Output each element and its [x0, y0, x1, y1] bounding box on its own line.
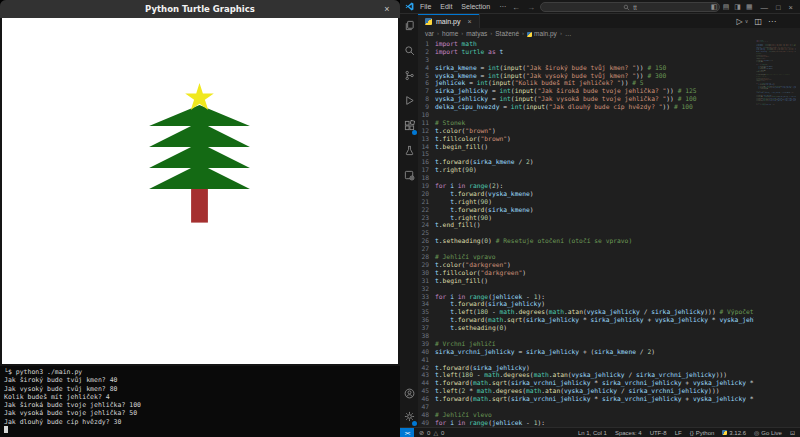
- code-line[interactable]: 27: [418, 245, 754, 253]
- code-line[interactable]: 1import math: [418, 40, 754, 48]
- code-line[interactable]: 34 t.forward(sirka_jehlicky): [418, 300, 754, 308]
- command-center[interactable]: tt: [540, 2, 720, 12]
- python-version[interactable]: 3.12.6: [722, 430, 746, 436]
- code-line[interactable]: 18: [418, 174, 754, 182]
- language-mode[interactable]: {} Python: [690, 430, 715, 436]
- code-line[interactable]: 47: [418, 403, 754, 411]
- sidebar-item-remote-explorer[interactable]: [400, 167, 418, 184]
- code-line[interactable]: 7sirka_jehlicky = int(input("Jak široká …: [418, 87, 754, 95]
- code-line[interactable]: 46t.forward(math.sqrt(sirka_vrchni_jehli…: [418, 395, 754, 403]
- sidebar-item-run-debug[interactable]: [400, 92, 418, 109]
- code-line[interactable]: 9delka_cipu_hvezdy = int(input("Jak dlou…: [418, 103, 754, 111]
- code-line[interactable]: 45t.left(2 * math.degrees(math.atan(vysk…: [418, 387, 754, 395]
- code-line[interactable]: 28# Jehličí vpravo: [418, 253, 754, 261]
- split-editor-icon[interactable]: ◫: [754, 17, 762, 26]
- code-line[interactable]: 33for i in range(jehlicek - 1):: [418, 293, 754, 301]
- code-line[interactable]: 19for i in range(2):: [418, 182, 754, 190]
- menu-item[interactable]: ⋯: [499, 3, 506, 11]
- code-line[interactable]: 42t.forward(sirka_jehlicky): [418, 364, 754, 372]
- code-line[interactable]: 17t.right(90): [418, 166, 754, 174]
- code-editor[interactable]: 1import math2import turtle as t34sirka_k…: [418, 38, 800, 427]
- code-line[interactable]: 3: [418, 56, 754, 64]
- layout-toggle-icon[interactable]: ◨: [734, 3, 741, 11]
- breadcrumb-item[interactable]: home: [442, 30, 458, 37]
- go-live[interactable]: ◎ Go Live: [754, 429, 782, 436]
- encoding[interactable]: UTF-8: [650, 430, 667, 436]
- code-lines[interactable]: 1import math2import turtle as t34sirka_k…: [418, 40, 754, 427]
- menu-item[interactable]: Selection: [461, 3, 490, 11]
- code-line[interactable]: 12t.color("brown"): [418, 127, 754, 135]
- sidebar-item-source-control[interactable]: [400, 67, 418, 84]
- code-line[interactable]: 38: [418, 332, 754, 340]
- terminal-panel[interactable]: └$ python3 ./main.pyJak široký bude tvůj…: [0, 366, 400, 437]
- tab-main-py[interactable]: main.py ×: [418, 14, 480, 28]
- code-line[interactable]: 32: [418, 285, 754, 293]
- code-line[interactable]: 24t.end_fill(): [418, 221, 754, 229]
- code-line[interactable]: 39# Vrchní jehličí: [418, 340, 754, 348]
- more-actions-icon[interactable]: ⋯: [768, 17, 776, 26]
- minimap[interactable]: import mathimport turtle as tsirka_kmene…: [756, 40, 796, 427]
- code-line[interactable]: 20 t.forward(vyska_kmene): [418, 190, 754, 198]
- code-line[interactable]: 44t.forward(math.sqrt(sirka_vrchni_jehli…: [418, 379, 754, 387]
- menu-item[interactable]: File: [420, 3, 431, 11]
- code-line[interactable]: 13t.fillcolor("brown"): [418, 135, 754, 143]
- breadcrumb-item[interactable]: matyas: [466, 30, 487, 37]
- code-line[interactable]: 5vyska_kmene = int(input("Jak vysoký bud…: [418, 72, 754, 80]
- code-line[interactable]: 23 t.right(90): [418, 214, 754, 222]
- sidebar-item-search[interactable]: [400, 42, 418, 59]
- sidebar-item-extensions[interactable]: [400, 117, 418, 134]
- code-line[interactable]: 29t.color("darkgreen"): [418, 261, 754, 269]
- code-line[interactable]: 37 t.setheading(0): [418, 324, 754, 332]
- code-line[interactable]: 8vyska_jehlicky = int(input("Jak vysoká …: [418, 95, 754, 103]
- maximize-button[interactable]: □: [776, 3, 781, 12]
- code-line[interactable]: 10: [418, 111, 754, 119]
- remote-indicator[interactable]: ><: [400, 428, 414, 437]
- code-line[interactable]: 11# Stonek: [418, 119, 754, 127]
- breadcrumb-item[interactable]: …: [565, 30, 572, 37]
- code-line[interactable]: 21 t.right(90): [418, 198, 754, 206]
- indentation[interactable]: Spaces: 4: [615, 430, 642, 436]
- code-line[interactable]: 6jehlicek = int(input("Kolik budeš mít j…: [418, 79, 754, 87]
- sidebar-item-explorer[interactable]: [400, 17, 418, 34]
- layout-toggle-icon[interactable]: ▤: [723, 3, 730, 11]
- close-button[interactable]: ×: [789, 3, 793, 12]
- accounts-button[interactable]: [400, 385, 418, 402]
- code-line[interactable]: 41: [418, 356, 754, 364]
- code-line[interactable]: 48# Jehličí vlevo: [418, 411, 754, 419]
- minimize-button[interactable]: —: [761, 3, 769, 12]
- run-dropdown-icon[interactable]: ∨: [745, 18, 749, 24]
- layout-toggle-icon[interactable]: ◧: [711, 3, 718, 11]
- tab-close-icon[interactable]: ×: [468, 18, 472, 25]
- code-line[interactable]: 30t.fillcolor("darkgreen"): [418, 269, 754, 277]
- notifications-icon[interactable]: ⊡: [790, 429, 795, 436]
- code-line[interactable]: 16t.forward(sirka_kmene / 2): [418, 158, 754, 166]
- turtle-window-titlebar[interactable]: Python Turtle Graphics ×: [0, 0, 400, 18]
- breadcrumb-item[interactable]: var: [425, 30, 434, 37]
- eol[interactable]: LF: [675, 430, 682, 436]
- code-line[interactable]: 40sirka_vrchni_jehlicky = sirka_jehlicky…: [418, 348, 754, 356]
- problems-status[interactable]: ⊘ 0 △ 0: [419, 429, 444, 436]
- code-line[interactable]: 15: [418, 150, 754, 158]
- code-line[interactable]: 31t.begin_fill(): [418, 277, 754, 285]
- breadcrumb-item[interactable]: Stažené: [495, 30, 519, 37]
- code-line[interactable]: 43t.left(180 - math.degrees(math.atan(vy…: [418, 371, 754, 379]
- code-line[interactable]: 35 t.left(180 - math.degrees(math.atan(v…: [418, 308, 754, 316]
- cursor-position[interactable]: Ln 1, Col 1: [578, 430, 607, 436]
- nav-forward-icon[interactable]: →: [527, 3, 535, 12]
- run-button[interactable]: ▷: [737, 17, 743, 26]
- turtle-window-close-button[interactable]: ×: [381, 3, 393, 15]
- code-line[interactable]: 26t.setheading(0) # Resetuje otočení (ot…: [418, 237, 754, 245]
- breadcrumb-item[interactable]: main.py: [527, 30, 557, 37]
- code-line[interactable]: 14t.begin_fill(): [418, 143, 754, 151]
- code-line[interactable]: 22 t.forward(sirka_kmene): [418, 206, 754, 214]
- settings-button[interactable]: [400, 408, 418, 425]
- code-line[interactable]: 2import turtle as t: [418, 48, 754, 56]
- nav-back-icon[interactable]: ←: [512, 3, 520, 12]
- menu-item[interactable]: Edit: [440, 3, 452, 11]
- code-line[interactable]: 36 t.forward(math.sqrt(sirka_jehlicky * …: [418, 316, 754, 324]
- sidebar-item-testing[interactable]: [400, 142, 418, 159]
- layout-toggle-icon[interactable]: ▦: [746, 3, 753, 11]
- code-line[interactable]: 25: [418, 229, 754, 237]
- code-line[interactable]: 49for i in range(jehlicek - 1):: [418, 419, 754, 427]
- code-line[interactable]: 4sirka_kmene = int(input("Jak široký bud…: [418, 64, 754, 72]
